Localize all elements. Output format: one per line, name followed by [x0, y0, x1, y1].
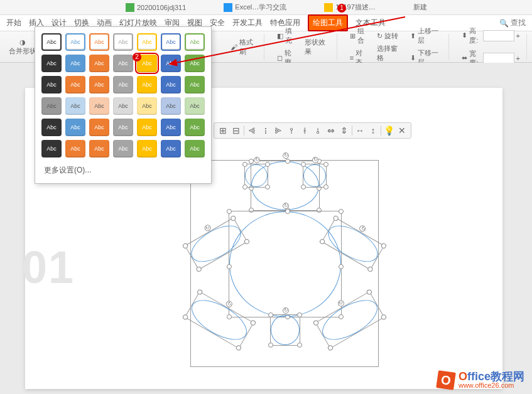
group-icon: ⊞: [350, 32, 356, 40]
qt-distribute-h-icon[interactable]: ⇔: [325, 125, 337, 136]
qt-same-height-icon[interactable]: ↕: [367, 125, 379, 136]
style-swatch[interactable]: Abc: [137, 140, 157, 157]
style-swatch[interactable]: Abc: [161, 76, 181, 93]
style-swatch[interactable]: Abc: [113, 97, 133, 115]
style-swatch[interactable]: Abc: [41, 55, 62, 72]
label: 旋转: [384, 31, 398, 41]
style-swatch[interactable]: Abc: [89, 119, 109, 136]
qt-group-icon[interactable]: ⊞: [217, 125, 229, 136]
forward-icon: ⬆: [410, 32, 416, 40]
qt-distribute-v-icon[interactable]: ⇕: [339, 125, 350, 136]
stepper[interactable]: +: [516, 32, 520, 40]
new-tab[interactable]: 新建: [413, 3, 427, 12]
format-painter-button[interactable]: 🖌格式刷: [228, 36, 261, 58]
menu-drawing-tools[interactable]: 绘图工具: [308, 14, 348, 31]
style-swatch[interactable]: Abc: [65, 140, 85, 157]
merge-label: 合并形状: [9, 46, 36, 56]
qt-align-middle-icon[interactable]: ⫲: [299, 125, 310, 136]
qt-align-top-icon[interactable]: ⫯: [286, 125, 297, 136]
effects-button[interactable]: 形状效果: [302, 36, 333, 58]
style-swatch[interactable]: Abc: [65, 97, 85, 115]
style-swatch[interactable]: Abc: [89, 140, 109, 157]
style-swatch[interactable]: Abc: [89, 97, 109, 115]
style-swatch[interactable]: Abc: [41, 97, 62, 115]
style-swatch[interactable]: Abc: [113, 140, 133, 157]
style-swatch[interactable]: Abc: [161, 119, 181, 136]
style-swatch[interactable]: Abc: [185, 97, 205, 115]
style-swatch[interactable]: Abc: [137, 76, 157, 93]
backward-icon: ⬇: [410, 54, 416, 62]
style-swatch[interactable]: Abc: [65, 119, 85, 136]
style-swatch[interactable]: Abc: [137, 97, 157, 115]
style-swatch[interactable]: Abc: [137, 119, 157, 136]
menu-security[interactable]: 安全: [210, 18, 225, 28]
style-swatch[interactable]: Abc: [137, 33, 157, 51]
new-tab-label: 新建: [413, 3, 427, 12]
doc-tab[interactable]: Excel…学习交流: [224, 3, 286, 12]
shape-body-bounds[interactable]: [229, 211, 342, 317]
selection-bounds[interactable]: [190, 160, 379, 367]
label: 上移一层: [418, 26, 443, 45]
tab-label: Excel…学习交流: [235, 3, 286, 12]
style-swatch[interactable]: Abc: [41, 76, 62, 93]
qt-align-bottom-icon[interactable]: ⫰: [312, 125, 323, 136]
watermark-url: www.office26.com: [459, 382, 524, 389]
label: 形状效果: [305, 38, 330, 56]
quick-format-toolbar: ⊞ ⊟ ⫷ ⫶ ⫸ ⫯ ⫲ ⫰ ⇔ ⇕ ↔ ↕ 💡 ✕: [214, 122, 411, 139]
style-swatch[interactable]: Abc: [185, 33, 205, 51]
style-swatch[interactable]: Abc: [65, 55, 85, 72]
watermark: O Office教程网 www.office26.com: [437, 371, 524, 389]
qt-ungroup-icon[interactable]: ⊟: [231, 125, 242, 136]
style-swatch[interactable]: Abc: [65, 76, 85, 93]
qt-align-left-icon[interactable]: ⫷: [246, 125, 258, 136]
bring-forward-button[interactable]: ⬆上移一层: [408, 25, 445, 46]
stepper[interactable]: +: [516, 55, 520, 62]
rotate-button[interactable]: ↻旋转: [374, 30, 405, 42]
doc-icon: [126, 3, 134, 12]
doc-icon: [324, 3, 333, 12]
shape-ear-bounds[interactable]: [244, 164, 268, 188]
qt-align-center-icon[interactable]: ⫶: [259, 125, 271, 136]
qt-close-icon[interactable]: ✕: [396, 125, 408, 136]
style-swatch[interactable]: Abc: [65, 33, 85, 51]
shape-ear-bounds[interactable]: [303, 164, 327, 188]
height-field: ⬍高度:+: [459, 25, 523, 46]
style-swatch[interactable]: Abc: [161, 33, 181, 51]
label: 格式刷: [239, 38, 258, 56]
rotate-icon: ↻: [377, 32, 383, 40]
arrange-group: ⊞组合 ≡对齐 ↻旋转 选择窗格 ⬆上移一层 ⬇下移一层: [344, 34, 449, 60]
style-swatch[interactable]: Abc: [185, 55, 205, 72]
style-swatch[interactable]: Abc: [113, 119, 133, 136]
fill-button[interactable]: ◧填充: [274, 25, 300, 46]
style-swatch[interactable]: Abc: [89, 76, 109, 93]
qt-align-right-icon[interactable]: ⫸: [273, 125, 284, 136]
doc-tab[interactable]: 19197描述…: [324, 3, 376, 12]
qt-same-width-icon[interactable]: ↔: [354, 125, 366, 136]
style-swatch[interactable]: Abc: [41, 33, 62, 51]
style-swatch[interactable]: Abc: [185, 76, 205, 93]
menu-devtools[interactable]: 开发工具: [232, 18, 263, 28]
style-swatch[interactable]: Abc: [89, 33, 109, 51]
style-swatch[interactable]: Abc: [185, 140, 205, 157]
doc-tab[interactable]: 20200106jdj311: [126, 3, 186, 12]
style-swatch[interactable]: Abc: [41, 140, 62, 157]
style-swatch[interactable]: Abc: [161, 97, 181, 115]
style-swatch[interactable]: Abc: [113, 55, 133, 72]
style-swatch[interactable]: Abc: [161, 55, 181, 72]
shape-belly-bounds[interactable]: [270, 314, 300, 346]
doc-icon: [224, 3, 232, 12]
qt-bulb-icon[interactable]: 💡: [383, 125, 394, 136]
height-input[interactable]: [483, 30, 514, 41]
style-swatch[interactable]: Abc: [89, 55, 109, 72]
width-input[interactable]: [483, 53, 514, 64]
style-swatch[interactable]: Abc: [161, 140, 181, 157]
style-swatch[interactable]: Abc: [113, 76, 133, 93]
align-icon: ≡: [350, 54, 354, 61]
style-swatch[interactable]: Abc: [113, 33, 133, 51]
style-swatch[interactable]: Abc: [41, 119, 62, 136]
selection-pane-button[interactable]: 选择窗格: [374, 43, 405, 64]
group-button[interactable]: ⊞组合: [347, 25, 372, 46]
menu-home[interactable]: 开始: [6, 18, 21, 28]
style-swatch[interactable]: Abc: [185, 119, 205, 136]
more-settings-button[interactable]: 更多设置(O)...: [41, 161, 205, 177]
